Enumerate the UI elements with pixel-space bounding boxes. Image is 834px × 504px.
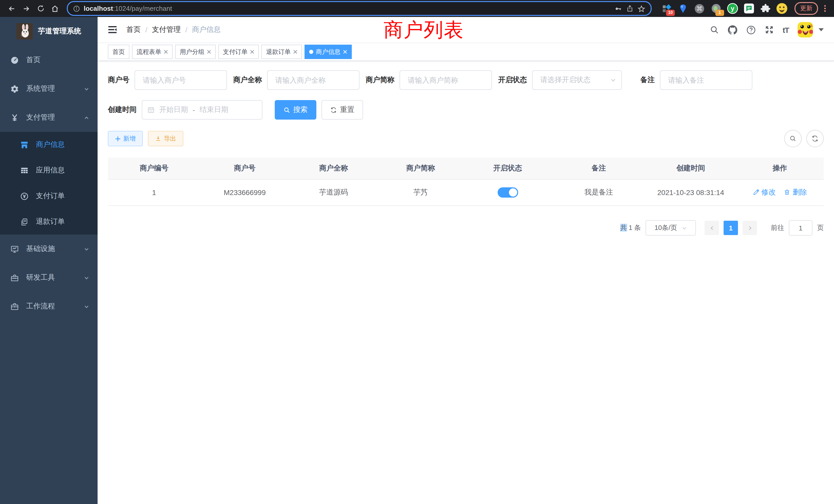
browser-reload-icon[interactable] (34, 2, 47, 15)
sidebar-item-infra[interactable]: 基础设施 (0, 234, 97, 263)
sidebar-menu: 首页 系统管理 支付管理 (0, 46, 97, 321)
tags-view: 首页 流程表单 用户分组 支付订单 退款订单 商户信息 (97, 43, 834, 61)
browser-forward-icon[interactable] (20, 2, 33, 15)
short-name-input[interactable] (399, 70, 492, 90)
create-time-range-picker[interactable]: 开始日期 - 结束日期 (142, 100, 262, 120)
next-page-button[interactable] (743, 221, 757, 235)
extension-blocks-icon[interactable]: 10 (660, 2, 673, 15)
app-logo-row[interactable]: 芋道管理系统 (0, 17, 97, 46)
sidebar-item-pay[interactable]: 支付管理 (0, 103, 97, 132)
status-select[interactable]: 请选择开启状态 (532, 70, 622, 90)
reset-button[interactable]: 重置 (322, 100, 363, 120)
sidebar-item-label: 应用信息 (36, 166, 65, 175)
bookmark-star-icon[interactable] (637, 4, 645, 13)
export-button[interactable]: 导出 (148, 131, 183, 146)
select-placeholder: 请选择开启状态 (540, 75, 607, 85)
sidebar-item-app-info[interactable]: 应用信息 (0, 158, 97, 183)
cell-actions: 修改 删除 (736, 179, 824, 206)
fullscreen-icon[interactable] (765, 25, 774, 35)
github-icon[interactable] (728, 25, 738, 35)
font-size-icon[interactable]: tT (783, 25, 789, 34)
extension-command-icon[interactable]: ⌘ (693, 2, 706, 15)
sidebar-item-label: 工作流程 (26, 302, 55, 311)
calendar-icon (147, 106, 155, 113)
breadcrumb-item[interactable]: 支付管理 (152, 25, 181, 35)
avatar-caret-icon[interactable] (818, 28, 824, 31)
sidebar-item-label: 退款订单 (36, 217, 65, 226)
close-icon[interactable] (164, 50, 168, 54)
table-toolbar: 新增 导出 (108, 130, 824, 147)
browser-back-icon[interactable] (5, 2, 19, 15)
close-icon[interactable] (207, 50, 211, 54)
sidebar-item-devtools[interactable]: 研发工具 (0, 263, 97, 292)
full-name-input[interactable] (267, 70, 359, 90)
column-header: 商户编号 (108, 158, 200, 179)
tab-merchant-info[interactable]: 商户信息 (305, 45, 352, 59)
prev-page-button[interactable] (705, 221, 719, 235)
sidebar: 芋道管理系统 首页 系统管理 (0, 17, 97, 504)
table-row: 1 M233666999 芋道源码 芋艿 我是备注 2021-10-23 08:… (108, 179, 824, 206)
browser-home-icon[interactable] (48, 2, 62, 15)
edit-link[interactable]: 修改 (753, 188, 776, 197)
hide-search-button[interactable] (784, 130, 802, 147)
chevron-down-icon (610, 77, 616, 83)
pagination: 共 1 条 10条/页 1 前往 页 (108, 220, 824, 235)
extensions-puzzle-icon[interactable] (759, 2, 771, 15)
sidebar-item-system[interactable]: 系统管理 (0, 74, 97, 103)
tab-pay-order[interactable]: 支付订单 (218, 45, 259, 59)
extension-chat-icon[interactable] (743, 2, 755, 15)
sidebar-item-home[interactable]: 首页 (0, 46, 97, 74)
tab-refund-order[interactable]: 退款订单 (261, 45, 302, 59)
sidebar-collapse-icon[interactable] (108, 26, 117, 34)
share-icon[interactable] (626, 5, 634, 12)
merchant-no-input[interactable] (135, 70, 227, 90)
page-size-select[interactable]: 10条/页 (645, 220, 696, 235)
date-end-placeholder: 结束日期 (199, 105, 228, 114)
field-label: 备注 (640, 75, 655, 85)
url-bar[interactable]: localhost:1024/pay/merchant (67, 1, 652, 16)
close-icon[interactable] (293, 50, 297, 54)
breadcrumb-separator: / (145, 26, 147, 34)
tab-home[interactable]: 首页 (108, 45, 129, 59)
sidebar-item-workflow[interactable]: 工作流程 (0, 292, 97, 321)
url-text[interactable]: localhost:1024/pay/merchant (84, 5, 611, 12)
page-info-icon[interactable] (73, 5, 80, 12)
field-label: 开启状态 (498, 75, 527, 85)
password-key-icon[interactable] (614, 4, 622, 13)
extension-y-icon[interactable]: y (726, 2, 739, 15)
sidebar-item-label: 商户信息 (36, 140, 65, 150)
user-avatar[interactable] (797, 22, 813, 38)
goto-page-input[interactable] (789, 220, 812, 235)
close-icon[interactable] (250, 50, 254, 54)
breadcrumb: 首页 / 支付管理 / 商户信息 (126, 25, 221, 35)
delete-link[interactable]: 删除 (784, 188, 807, 197)
filter-create-time: 创建时间 开始日期 - 结束日期 (108, 100, 262, 120)
remark-input[interactable] (660, 70, 752, 90)
extension-gem-icon[interactable] (677, 2, 689, 15)
filter-row-1: 商户号 商户全称 商户简称 开启状态 请选择开启状态 (108, 70, 824, 90)
sidebar-item-refund-order[interactable]: 退款订单 (0, 209, 97, 234)
app-logo-rabbit-icon (17, 23, 33, 40)
search-button[interactable]: 搜索 (275, 100, 316, 120)
close-icon[interactable] (343, 50, 347, 54)
search-icon (284, 107, 290, 113)
sidebar-item-label: 支付管理 (26, 113, 55, 122)
sidebar-item-merchant-info[interactable]: 商户信息 (0, 132, 97, 158)
tab-process-form[interactable]: 流程表单 (132, 45, 173, 59)
svg-text:y: y (730, 5, 734, 12)
help-icon[interactable] (746, 25, 756, 35)
sidebar-item-pay-order[interactable]: 支付订单 (0, 183, 97, 209)
search-button-label: 搜索 (293, 105, 308, 114)
extension-capture-icon[interactable]: 1 (710, 2, 722, 15)
browser-menu-icon[interactable] (821, 5, 829, 12)
browser-profile-avatar[interactable] (775, 2, 788, 15)
refresh-table-button[interactable] (806, 130, 824, 147)
browser-update-button[interactable]: 更新 (794, 2, 818, 15)
add-button[interactable]: 新增 (108, 131, 143, 146)
url-host: localhost (84, 5, 113, 12)
tab-user-group[interactable]: 用户分组 (175, 45, 216, 59)
status-toggle[interactable] (497, 187, 518, 198)
header-search-icon[interactable] (710, 25, 719, 35)
breadcrumb-item[interactable]: 首页 (126, 25, 141, 35)
page-number-current[interactable]: 1 (724, 221, 738, 235)
